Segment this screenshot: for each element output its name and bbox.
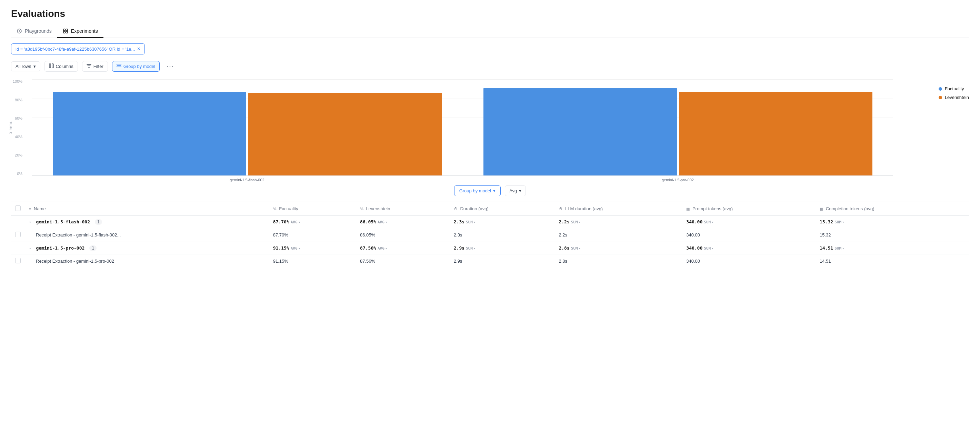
filter-text: id = 'a8d195bf-8bc7-48fa-a9af-1225b63076… [16, 46, 135, 52]
detail-duration: 2.9s [450, 255, 555, 268]
factuality-avg-tag[interactable]: AVG ▾ [291, 246, 301, 251]
svg-rect-8 [117, 66, 121, 67]
detail-duration: 2.3s [450, 228, 555, 242]
all-rows-label: All rows [16, 64, 31, 69]
tab-playgrounds[interactable]: Playgrounds [11, 25, 57, 38]
table-header-row: ≡ Name % Factuality % Levenshtein ⏱ Dura… [11, 202, 969, 216]
pro-levenshtein-bar [679, 92, 872, 175]
legend-factuality: Factuality [939, 86, 969, 91]
duration-sum-tag[interactable]: SUM ▾ [466, 220, 476, 224]
page-container: Evaluations Playgrounds Experiments [0, 0, 980, 277]
svg-rect-1 [64, 29, 65, 31]
svg-rect-7 [117, 64, 121, 65]
filter-button[interactable]: Filter [82, 61, 108, 72]
detail-factuality: 87.70% [269, 228, 356, 242]
data-table: ≡ Name % Factuality % Levenshtein ⏱ Dura… [11, 202, 969, 268]
th-completion-tokens-label: Completion tokens (avg) [826, 206, 875, 211]
table-row: Receipt Extraction - gemini-1.5-pro-002 … [11, 255, 969, 268]
th-llm-duration: ⏱ LLM duration (avg) [554, 202, 682, 216]
more-options-button[interactable]: ⋯ [164, 60, 176, 72]
flash-levenshtein-bar [248, 93, 442, 175]
group-factuality: 91.15%AVG ▾ [269, 242, 356, 255]
y-label-0: 0% [17, 172, 22, 176]
levenshtein-col-icon: % [360, 207, 363, 211]
factuality-avg-tag[interactable]: AVG ▾ [291, 220, 301, 224]
detail-name-cell: Receipt Extraction - gemini-1.5-flash-00… [25, 228, 269, 242]
prompt-tokens-sum-tag[interactable]: SUM ▾ [704, 246, 714, 251]
th-prompt-tokens: ▦ Prompt tokens (avg) [682, 202, 816, 216]
filter-bar: id = 'a8d195bf-8bc7-48fa-a9af-1225b63076… [11, 43, 969, 54]
y-label-60: 60% [15, 116, 22, 120]
group-name-cell: ▾ gemini-1.5-pro-002 1 [25, 242, 269, 255]
columns-button[interactable]: Columns [45, 61, 78, 72]
group-by-model-icon [116, 64, 121, 69]
factuality-col-icon: % [273, 207, 277, 211]
collapse-chevron-icon[interactable]: ▾ [29, 246, 31, 251]
detail-prompt-tokens: 340.00 [682, 255, 816, 268]
detail-checkbox-cell [11, 228, 25, 242]
table-row-group-flash: ▾ gemini-1.5-flash-002 1 87.70%AVG ▾ 86.… [11, 216, 969, 228]
th-name-label: Name [34, 206, 46, 211]
chart-avg-chevron-icon: ▾ [519, 188, 521, 193]
playgrounds-icon [17, 28, 22, 34]
group-completion-tokens: 14.51SUM ▾ [816, 242, 969, 255]
detail-levenshtein: 87.56% [356, 255, 450, 268]
completion-tokens-sum-tag[interactable]: SUM ▾ [834, 220, 845, 224]
table-body: ▾ gemini-1.5-flash-002 1 87.70%AVG ▾ 86.… [11, 216, 969, 268]
chart-controls: Group by model ▾ Avg ▾ [11, 185, 969, 196]
group-llm-duration: 2.2sSUM ▾ [554, 216, 682, 228]
llm-duration-sum-tag[interactable]: SUM ▾ [571, 246, 581, 251]
flash-bar-group [53, 92, 442, 175]
chart-avg-button[interactable]: Avg ▾ [505, 185, 526, 196]
y-axis-title: 2 items [8, 121, 13, 134]
levenshtein-avg-tag[interactable]: AVG ▾ [378, 220, 388, 224]
chart-group-chevron-icon: ▾ [493, 188, 496, 193]
duration-sum-tag[interactable]: SUM ▾ [466, 246, 476, 251]
name-col-icon: ≡ [29, 207, 31, 211]
group-prompt-tokens: 340.00SUM ▾ [682, 216, 816, 228]
table-row: Receipt Extraction - gemini-1.5-flash-00… [11, 228, 969, 242]
header-checkbox[interactable] [15, 205, 21, 211]
factuality-label: Factuality [945, 86, 964, 91]
filter-chip[interactable]: id = 'a8d195bf-8bc7-48fa-a9af-1225b63076… [11, 43, 145, 54]
row-checkbox[interactable] [15, 258, 21, 263]
y-label-20: 20% [15, 153, 22, 157]
levenshtein-avg-tag[interactable]: AVG ▾ [378, 246, 388, 251]
detail-completion-tokens: 15.32 [816, 228, 969, 242]
group-checkbox-cell [11, 216, 25, 228]
group-completion-tokens: 15.32SUM ▾ [816, 216, 969, 228]
levenshtein-dot [939, 96, 942, 99]
th-duration: ⏱ Duration (avg) [450, 202, 555, 216]
group-factuality: 87.70%AVG ▾ [269, 216, 356, 228]
completion-tokens-col-icon: ▦ [820, 207, 823, 211]
group-checkbox-cell [11, 242, 25, 255]
llm-duration-col-icon: ⏱ [558, 207, 562, 211]
all-rows-button[interactable]: All rows ▾ [11, 61, 40, 72]
tab-experiments[interactable]: Experiments [57, 25, 103, 38]
group-duration: 2.3sSUM ▾ [450, 216, 555, 228]
th-duration-label: Duration (avg) [460, 206, 488, 211]
svg-rect-3 [64, 31, 65, 33]
y-label-40: 40% [15, 135, 22, 139]
completion-tokens-sum-tag[interactable]: SUM ▾ [834, 246, 845, 251]
filter-label: Filter [94, 64, 103, 69]
tab-playgrounds-label: Playgrounds [25, 28, 52, 34]
prompt-tokens-sum-tag[interactable]: SUM ▾ [704, 220, 714, 224]
group-duration: 2.9sSUM ▾ [450, 242, 555, 255]
collapse-chevron-icon[interactable]: ▾ [29, 220, 31, 224]
x-axis-labels: gemini-1.5-flash-002 gemini-1.5-pro-002 [32, 178, 893, 182]
llm-duration-sum-tag[interactable]: SUM ▾ [571, 220, 581, 224]
th-levenshtein-label: Levenshtein [366, 206, 390, 211]
group-name-cell: ▾ gemini-1.5-flash-002 1 [25, 216, 269, 228]
detail-prompt-tokens: 340.00 [682, 228, 816, 242]
chart-container: 100% 80% 60% 40% 20% 0% 2 items [11, 79, 969, 183]
chart-group-by-model-button[interactable]: Group by model ▾ [454, 185, 501, 196]
svg-rect-2 [66, 29, 68, 31]
group-by-model-button[interactable]: Group by model [112, 61, 160, 72]
legend-levenshtein: Levenshtein [939, 95, 969, 100]
chart-legend: Factuality Levenshtein [939, 86, 969, 100]
filter-close-icon[interactable]: × [137, 46, 140, 52]
detail-checkbox-cell [11, 255, 25, 268]
row-checkbox[interactable] [15, 232, 21, 237]
toolbar: All rows ▾ Columns Filter Group by model… [11, 60, 969, 72]
